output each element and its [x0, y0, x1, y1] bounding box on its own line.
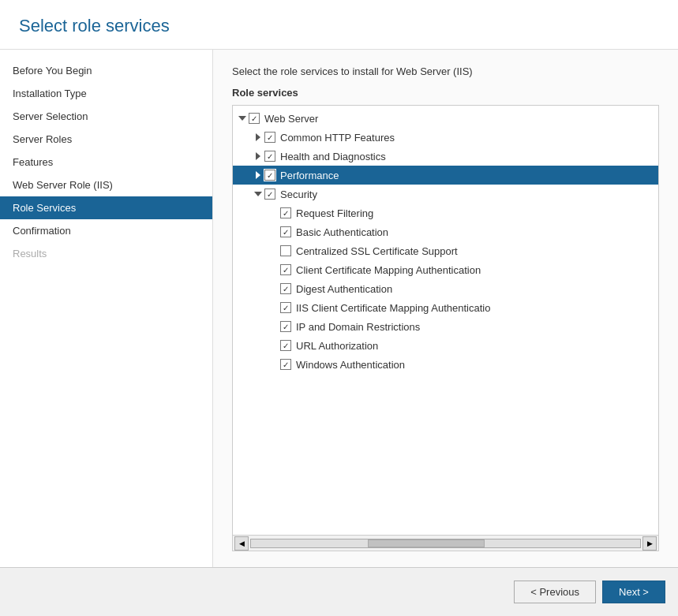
expand-icon-common-http[interactable]: [252, 131, 264, 144]
checkbox-common-http[interactable]: [264, 132, 275, 143]
sidebar-item-server-roles[interactable]: Server Roles: [0, 128, 212, 151]
tree-label-windows-auth: Windows Authentication: [296, 359, 405, 371]
tree-label-request-filtering: Request Filtering: [296, 207, 373, 219]
horizontal-scroll-track[interactable]: [250, 539, 641, 548]
role-services-label: Role services: [232, 87, 659, 99]
tree-item-digest-auth[interactable]: Digest Authentication: [233, 279, 658, 298]
tree-item-web-server[interactable]: Web Server: [233, 109, 658, 128]
tree-label-basic-auth: Basic Authentication: [296, 226, 388, 238]
checkbox-request-filtering[interactable]: [280, 207, 291, 218]
tree-container: Web ServerCommon HTTP FeaturesHealth and…: [232, 105, 659, 551]
tree-item-centralized-ssl[interactable]: Centralized SSL Certificate Support: [233, 241, 658, 260]
panel-subtitle: Select the role services to install for …: [232, 65, 659, 77]
expand-icon-health-diag[interactable]: [252, 150, 264, 162]
tree-item-common-http[interactable]: Common HTTP Features: [233, 128, 658, 147]
sidebar-item-confirmation[interactable]: Confirmation: [0, 219, 212, 242]
sidebar-item-features[interactable]: Features: [0, 151, 212, 174]
tree-item-security[interactable]: Security: [233, 185, 658, 203]
sidebar-item-installation-type[interactable]: Installation Type: [0, 82, 212, 105]
checkbox-health-diag[interactable]: [264, 151, 275, 162]
sidebar: Before You BeginInstallation TypeServer …: [0, 50, 213, 567]
checkbox-centralized-ssl[interactable]: [280, 245, 291, 256]
horizontal-scroll-thumb[interactable]: [368, 539, 485, 547]
checkbox-web-server[interactable]: [249, 113, 260, 124]
previous-button[interactable]: < Previous: [514, 581, 596, 603]
tree-label-performance: Performance: [280, 170, 339, 181]
tree-label-client-cert-mapping: Client Certificate Mapping Authenticatio…: [296, 264, 481, 276]
tree-label-digest-auth: Digest Authentication: [296, 283, 392, 295]
tree-item-health-diag[interactable]: Health and Diagnostics: [233, 147, 658, 166]
tree-label-web-server: Web Server: [264, 113, 318, 125]
checkbox-windows-auth[interactable]: [280, 359, 291, 370]
tree-label-health-diag: Health and Diagnostics: [280, 151, 386, 162]
checkbox-client-cert-mapping[interactable]: [280, 264, 291, 275]
expand-icon-web-server[interactable]: [236, 112, 249, 125]
tree-label-security: Security: [280, 189, 317, 200]
tree-item-windows-auth[interactable]: Windows Authentication: [233, 355, 658, 374]
sidebar-item-role-services[interactable]: Role Services: [0, 196, 212, 219]
checkbox-iis-client-cert[interactable]: [280, 302, 291, 313]
tree-label-common-http: Common HTTP Features: [280, 132, 395, 144]
next-button[interactable]: Next >: [602, 581, 665, 603]
sidebar-item-server-selection[interactable]: Server Selection: [0, 105, 212, 128]
tree-item-performance[interactable]: Performance: [233, 166, 658, 185]
checkbox-basic-auth[interactable]: [280, 226, 291, 237]
sidebar-item-before-you-begin[interactable]: Before You Begin: [0, 59, 212, 82]
scroll-right-button[interactable]: ▶: [642, 536, 657, 551]
tree-item-ip-domain[interactable]: IP and Domain Restrictions: [233, 317, 658, 336]
checkbox-ip-domain[interactable]: [280, 321, 291, 332]
tree-label-ip-domain: IP and Domain Restrictions: [296, 321, 420, 333]
tree-item-client-cert-mapping[interactable]: Client Certificate Mapping Authenticatio…: [233, 260, 658, 279]
expand-icon-security[interactable]: [252, 188, 264, 200]
checkbox-digest-auth[interactable]: [280, 283, 291, 294]
tree-item-url-auth[interactable]: URL Authorization: [233, 336, 658, 355]
checkbox-security[interactable]: [264, 189, 275, 200]
horizontal-scrollbar[interactable]: ◀ ▶: [233, 535, 658, 551]
sidebar-item-results: Results: [0, 242, 212, 265]
tree-scroll-area[interactable]: Web ServerCommon HTTP FeaturesHealth and…: [233, 106, 658, 535]
scroll-left-button[interactable]: ◀: [234, 536, 249, 551]
tree-label-centralized-ssl: Centralized SSL Certificate Support: [296, 245, 458, 257]
page-title: Select role services: [19, 16, 659, 36]
tree-item-basic-auth[interactable]: Basic Authentication: [233, 222, 658, 241]
expand-icon-performance[interactable]: [252, 169, 264, 181]
checkbox-url-auth[interactable]: [280, 340, 291, 351]
tree-item-request-filtering[interactable]: Request Filtering: [233, 203, 658, 222]
tree-label-iis-client-cert: IIS Client Certificate Mapping Authentic…: [296, 302, 490, 314]
tree-item-iis-client-cert[interactable]: IIS Client Certificate Mapping Authentic…: [233, 298, 658, 317]
main-panel: Select the role services to install for …: [213, 50, 678, 567]
tree-label-url-auth: URL Authorization: [296, 340, 378, 352]
footer-bar: < Previous Next >: [0, 567, 678, 616]
sidebar-item-web-server-role[interactable]: Web Server Role (IIS): [0, 174, 212, 196]
checkbox-performance[interactable]: [264, 170, 275, 181]
